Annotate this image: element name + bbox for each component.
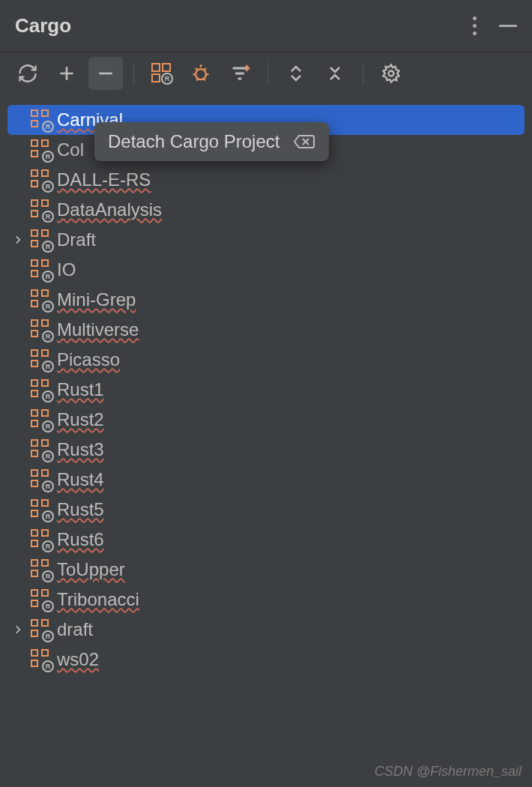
more-options-icon[interactable] <box>468 12 481 40</box>
panel-title-bar: Cargo <box>0 0 532 52</box>
collapse-all-button[interactable] <box>318 57 352 90</box>
project-row[interactable]: RRust2 <box>7 405 525 435</box>
cargo-project-icon: R <box>30 588 52 611</box>
project-label: ToUpper <box>57 559 125 580</box>
cargo-project-icon: R <box>30 199 52 221</box>
project-row[interactable]: RRust3 <box>7 435 525 465</box>
project-row[interactable]: RDALL-E-RS <box>7 165 525 195</box>
project-label: Col <box>57 139 84 160</box>
cargo-project-icon: R <box>30 139 52 161</box>
expand-chevron-icon <box>10 262 25 277</box>
context-menu-label: Detach Cargo Project <box>108 131 279 152</box>
toolbar: R <box>0 52 532 94</box>
project-row[interactable]: RIO <box>7 255 525 285</box>
expand-chevron-icon <box>10 112 25 127</box>
expand-chevron-icon <box>10 592 25 607</box>
expand-chevron-icon <box>10 532 25 547</box>
cargo-project-icon: R <box>30 468 52 491</box>
cargo-project-icon: R <box>30 438 52 461</box>
expand-chevron-icon <box>10 412 25 427</box>
minimize-icon[interactable] <box>499 25 517 27</box>
expand-chevron-icon <box>10 472 25 487</box>
project-label: Rust5 <box>57 499 104 520</box>
project-row[interactable]: RToUpper <box>7 555 525 585</box>
project-label: Multiverse <box>57 319 139 340</box>
project-row[interactable]: RDataAnalysis <box>7 195 525 225</box>
project-label: ws02 <box>57 649 99 670</box>
expand-chevron-icon <box>10 382 25 397</box>
expand-chevron-icon <box>10 142 25 157</box>
panel-title: Cargo <box>15 14 71 37</box>
panel-controls <box>468 12 517 40</box>
cargo-project-icon: R <box>30 618 52 641</box>
project-label: Tribonacci <box>57 589 139 610</box>
context-menu[interactable]: Detach Cargo Project <box>94 122 329 161</box>
settings-button[interactable] <box>374 57 408 90</box>
project-row[interactable]: RRust1 <box>7 375 525 405</box>
debug-icon[interactable] <box>184 57 218 90</box>
project-label: DALL-E-RS <box>57 169 151 190</box>
add-button[interactable] <box>49 57 84 90</box>
project-label: Rust6 <box>57 529 104 550</box>
keyboard-delete-icon <box>293 133 315 151</box>
cargo-project-icon: R <box>30 379 52 401</box>
cargo-project-icon: R <box>30 319 52 341</box>
filter-icon[interactable] <box>223 57 257 90</box>
project-row[interactable]: RMini-Grep <box>7 285 525 315</box>
svg-point-6 <box>389 71 394 76</box>
project-label: Rust2 <box>57 409 104 430</box>
cargo-project-icon: R <box>30 408 52 431</box>
cargo-project-icon: R <box>30 349 52 371</box>
project-row[interactable]: RTribonacci <box>7 585 525 615</box>
cargo-project-icon: R <box>30 259 52 281</box>
project-row[interactable]: RRust6 <box>7 525 525 555</box>
expand-chevron-icon[interactable] <box>10 622 25 637</box>
cargo-project-icon: R <box>30 289 52 311</box>
cargo-project-icon: R <box>30 109 52 131</box>
toolbar-separator <box>363 62 363 85</box>
cargo-project-icon: R <box>30 229 52 251</box>
svg-text:R: R <box>165 75 170 82</box>
project-row[interactable]: RMultiverse <box>7 315 525 345</box>
cargo-crate-icon[interactable]: R <box>145 57 179 90</box>
project-label: draft <box>57 619 93 640</box>
project-label: DataAnalysis <box>57 199 162 220</box>
project-row[interactable]: Rws02 <box>7 645 525 675</box>
toolbar-separator <box>133 62 134 85</box>
expand-chevron-icon <box>10 292 25 307</box>
project-row[interactable]: RDraft <box>7 225 525 255</box>
project-row[interactable]: RRust5 <box>7 495 525 525</box>
expand-chevron-icon <box>10 322 25 337</box>
project-label: Picasso <box>57 349 120 370</box>
project-row[interactable]: RRust4 <box>7 465 525 495</box>
svg-rect-0 <box>152 64 160 71</box>
expand-chevron-icon <box>10 172 25 187</box>
project-row[interactable]: Rdraft <box>7 615 525 645</box>
project-label: Rust4 <box>57 469 104 490</box>
expand-all-button[interactable] <box>279 57 313 90</box>
cargo-project-icon: R <box>30 169 52 191</box>
expand-chevron-icon <box>10 562 25 577</box>
refresh-button[interactable] <box>10 57 45 90</box>
project-label: Mini-Grep <box>57 289 136 310</box>
expand-chevron-icon <box>10 502 25 517</box>
cargo-project-icon: R <box>30 648 52 671</box>
cargo-project-icon: R <box>30 528 52 551</box>
detach-button[interactable] <box>88 57 123 90</box>
svg-point-5 <box>196 69 206 79</box>
project-tree: RCarnivalRColRDALL-E-RSRDataAnalysisRDra… <box>0 94 532 675</box>
project-row[interactable]: RPicasso <box>7 345 525 375</box>
svg-rect-1 <box>163 64 170 71</box>
cargo-project-icon: R <box>30 498 52 521</box>
watermark: CSDN @Fishermen_sail <box>375 764 522 780</box>
project-label: Rust1 <box>57 379 104 400</box>
expand-chevron-icon <box>10 652 25 667</box>
expand-chevron-icon <box>10 202 25 217</box>
cargo-project-icon: R <box>30 558 52 581</box>
expand-chevron-icon[interactable] <box>10 232 25 247</box>
project-label: IO <box>57 259 76 280</box>
project-label: Rust3 <box>57 439 104 460</box>
toolbar-separator <box>267 62 268 85</box>
expand-chevron-icon <box>10 352 25 367</box>
expand-chevron-icon <box>10 442 25 457</box>
